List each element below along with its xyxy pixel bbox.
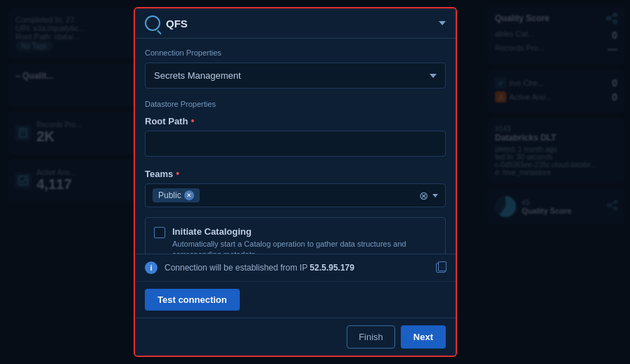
ip-address: 52.5.95.179 bbox=[310, 263, 354, 273]
root-path-required: • bbox=[191, 115, 194, 126]
teams-required: • bbox=[176, 168, 179, 179]
copy-icon[interactable] bbox=[436, 263, 446, 273]
modal-header[interactable]: QFS bbox=[135, 8, 456, 39]
search-icon bbox=[145, 15, 160, 31]
modal-body: Connection Properties Secrets Management… bbox=[135, 39, 456, 254]
test-connection-button[interactable]: Test connection bbox=[145, 289, 240, 311]
datastore-section: Datastore Properties Root Path • Teams •… bbox=[145, 100, 446, 254]
info-icon: i bbox=[145, 261, 158, 274]
finish-button[interactable]: Finish bbox=[347, 325, 395, 349]
initiate-text: Initiate Cataloging Automatically start … bbox=[172, 226, 437, 254]
initiate-title: Initiate Cataloging bbox=[172, 226, 437, 237]
modal-wrapper: QFS Connection Properties Secrets Manage… bbox=[134, 7, 457, 357]
secrets-management-dropdown[interactable]: Secrets Management bbox=[145, 63, 446, 89]
public-chip: Public ✕ bbox=[153, 188, 200, 202]
remove-public-chip[interactable]: ✕ bbox=[184, 190, 194, 200]
root-path-label: Root Path • bbox=[145, 115, 446, 126]
initiate-checkbox[interactable] bbox=[154, 227, 165, 238]
initiate-cataloging-box: Initiate Cataloging Automatically start … bbox=[145, 217, 446, 254]
secrets-management-label: Secrets Management bbox=[154, 70, 241, 81]
secrets-chevron-icon bbox=[430, 74, 437, 78]
teams-select[interactable]: Public ✕ ⊗ bbox=[145, 183, 446, 207]
modal-info-bar: i Connection will be established from IP… bbox=[135, 254, 456, 281]
footer-actions: Finish Next bbox=[347, 325, 446, 349]
connection-section-label: Connection Properties bbox=[145, 48, 446, 57]
header-chevron-icon bbox=[439, 21, 446, 25]
root-path-input[interactable] bbox=[145, 131, 446, 157]
qfs-modal: QFS Connection Properties Secrets Manage… bbox=[134, 7, 457, 357]
modal-title: QFS bbox=[166, 18, 433, 30]
test-connection-bar: Test connection bbox=[135, 281, 456, 318]
teams-chevron-icon bbox=[432, 194, 438, 197]
teams-clear-icon[interactable]: ⊗ bbox=[419, 189, 428, 202]
initiate-description: Automatically start a Catalog operation … bbox=[172, 239, 437, 254]
datastore-section-label: Datastore Properties bbox=[145, 100, 446, 108]
next-button[interactable]: Next bbox=[401, 325, 446, 349]
teams-label: Teams • bbox=[145, 168, 446, 179]
info-text: Connection will be established from IP 5… bbox=[165, 263, 429, 273]
modal-footer: Finish Next bbox=[135, 318, 456, 356]
public-chip-label: Public bbox=[158, 190, 181, 200]
